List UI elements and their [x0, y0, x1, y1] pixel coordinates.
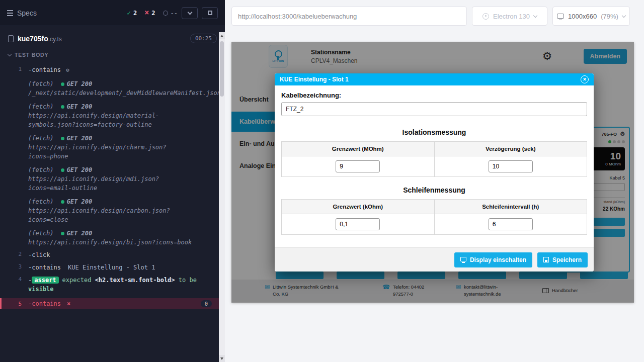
fetch-url: https://api.iconify.design/mdi.json?icon… [28, 174, 201, 193]
specs-list-icon[interactable] [7, 10, 13, 16]
modal-footer: Display einschalten Speichern [275, 247, 594, 272]
monitor-icon [460, 257, 466, 261]
command-contains: contains [28, 66, 61, 73]
pending-circle-icon [163, 11, 168, 16]
command-contains: contains [28, 300, 61, 307]
loop-interval-input[interactable] [489, 218, 533, 230]
reporter-header: Specs ✓2 ×2 -- [0, 0, 225, 26]
chevron-down-icon [622, 13, 626, 17]
status-dot [61, 168, 64, 172]
save-button[interactable]: Speichern [537, 252, 588, 267]
display-on-button[interactable]: Display einschalten [454, 252, 532, 267]
kue-settings-modal: KUE Einstellung - Slot 1 ✕ Kabelbezeichn… [275, 73, 594, 272]
stop-icon [208, 11, 212, 15]
fetch-url: https://api.iconify.design/material-symb… [28, 111, 201, 129]
column-header: Grenzwert (kOhm) [282, 200, 435, 214]
command-contains: contains [28, 264, 61, 271]
spec-name: kue705fo [18, 35, 48, 43]
iso-limit-input[interactable] [336, 160, 380, 172]
fetch-log[interactable]: (fetch)GET 200https://api.iconify.design… [0, 229, 219, 247]
fetch-url: /_next/static/development/_devMiddleware… [28, 88, 221, 98]
fail-x-icon: × [67, 300, 70, 307]
command-row[interactable]: 2 click [0, 250, 219, 259]
url-bar[interactable]: http://localhost:3000/kabelueberwachung [231, 7, 467, 26]
scroll-up-arrow[interactable] [219, 32, 225, 39]
cable-name-label: Kabelbezeichnung: [281, 92, 587, 99]
assert-row[interactable]: 4 -assertexpected <h2.text-sm.font-bold>… [0, 276, 219, 294]
fail-count-badge: 0 [201, 300, 212, 307]
failed-command-row[interactable]: 5 contains× 0 [0, 298, 219, 309]
isolation-section-title: Isolationsmessung [275, 128, 594, 136]
modal-header: KUE Einstellung - Slot 1 ✕ [275, 73, 594, 85]
spec-ext: .cy.ts [48, 36, 62, 43]
fetch-log[interactable]: (fetch)GET 200/_next/static/development/… [0, 79, 219, 98]
modal-title: KUE Einstellung - Slot 1 [280, 76, 349, 83]
stop-button[interactable] [202, 7, 218, 19]
file-icon [8, 35, 14, 42]
loop-section-title: Schleifenmessung [275, 186, 594, 194]
fetch-log[interactable]: (fetch)GET 200https://api.iconify.design… [0, 134, 219, 161]
status-dot [61, 232, 64, 235]
column-header: Verzögerung (sek) [434, 142, 587, 156]
spec-row[interactable]: kue705fo.cy.ts 00:25 [0, 26, 225, 48]
chevron-down-icon [187, 10, 192, 15]
loop-table: Grenzwert (kOhm) Schleifenintervall (h) [281, 199, 587, 235]
electron-icon [482, 13, 489, 20]
check-icon: ✓ [127, 9, 131, 17]
floppy-save-icon [543, 257, 549, 262]
column-header: Schleifenintervall (h) [434, 200, 587, 214]
viewport-size-select[interactable]: 1000x660 (79%) [552, 7, 630, 26]
browser-select[interactable]: Electron 130 [472, 7, 547, 26]
chevron-down-icon [533, 13, 537, 17]
iso-delay-input[interactable] [489, 160, 533, 172]
test-stats: ✓2 ×2 -- [127, 9, 178, 17]
stat-failed: ×2 [144, 9, 155, 17]
assert-badge: assert [32, 277, 58, 284]
fetch-url: https://api.iconify.design/bi.json?icons… [28, 238, 201, 247]
app-under-test: LITTWIN Stationsname CPLV4_Maschen ⚙ Abm… [231, 42, 634, 303]
fetch-url: https://api.iconify.design/carbon.json?i… [28, 206, 201, 224]
isolation-table: Grenzwert (MOhm) Verzögerung (sek) [281, 141, 587, 177]
monitor-icon [557, 14, 564, 19]
specs-title[interactable]: Specs [17, 9, 37, 17]
stat-pending: -- [163, 10, 178, 17]
column-header: Grenzwert (MOhm) [282, 142, 435, 156]
fetch-log[interactable]: (fetch)GET 200https://api.iconify.design… [0, 102, 219, 129]
test-stage: LITTWIN Stationsname CPLV4_Maschen ⚙ Abm… [225, 32, 644, 362]
command-arg: KUE Einstellung - Slot 1 [68, 264, 155, 271]
assert-selector: <h2.text-sm.font-bold> [95, 277, 175, 284]
scroll-down-arrow[interactable] [219, 355, 225, 362]
cypress-reporter: Specs ✓2 ×2 -- kue705fo.cy.ts 00:25 TEST… [0, 0, 225, 362]
fetch-url: https://api.iconify.design/charm.json?ic… [28, 143, 201, 161]
command-log: 1 contains⚙ (fetch)GET 200/_next/static/… [0, 65, 225, 309]
zoom-level: (79%) [601, 13, 618, 20]
gear-icon: ⚙ [66, 67, 69, 73]
command-row[interactable]: 3 containsKUE Einstellung - Slot 1 [0, 263, 219, 272]
status-dot [61, 82, 64, 86]
chevron-down-icon [8, 52, 12, 56]
x-icon: × [144, 9, 149, 17]
test-body-section[interactable]: TEST BODY [0, 48, 225, 62]
collapse-button[interactable] [182, 7, 198, 19]
loop-limit-input[interactable] [336, 218, 380, 230]
cable-name-input[interactable] [281, 102, 587, 116]
status-dot [61, 200, 64, 204]
fetch-log[interactable]: (fetch)GET 200https://api.iconify.design… [0, 197, 219, 224]
status-dot [61, 137, 64, 140]
status-dot [61, 105, 64, 109]
close-icon[interactable]: ✕ [581, 75, 589, 83]
command-click: click [28, 251, 50, 258]
command-row[interactable]: 1 contains⚙ [0, 65, 219, 75]
stat-passed: ✓2 [127, 9, 137, 17]
spec-timer: 00:25 [190, 34, 217, 43]
reporter-scrollbar[interactable] [219, 32, 225, 362]
runner-topbar: http://localhost:3000/kabelueberwachung … [225, 0, 644, 32]
fetch-log[interactable]: (fetch)GET 200https://api.iconify.design… [0, 165, 219, 193]
scrollbar-thumb[interactable] [220, 41, 224, 97]
